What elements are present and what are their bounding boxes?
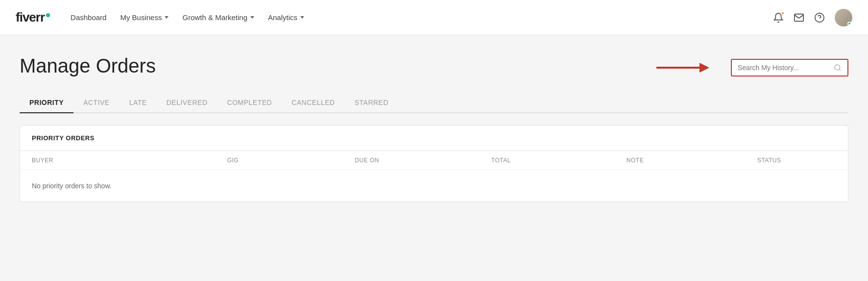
main-nav: Dashboard My Business Growth & Marketing… (66, 9, 757, 26)
tab-late[interactable]: LATE (120, 93, 157, 112)
tab-delivered[interactable]: DELIVERED (157, 93, 217, 112)
nav-item-growth-marketing[interactable]: Growth & Marketing (177, 9, 259, 26)
nav-item-my-business[interactable]: My Business (115, 9, 173, 26)
search-box (731, 59, 848, 77)
svg-line-5 (839, 69, 841, 71)
tab-cancelled[interactable]: CANCELLED (282, 93, 345, 112)
nav-item-analytics[interactable]: Analytics (263, 9, 309, 26)
logo-text: fiverr (16, 10, 45, 25)
table-section-title: PRIORITY ORDERS (20, 126, 848, 151)
search-input[interactable] (738, 64, 830, 72)
page-header: Manage Orders (20, 55, 848, 77)
col-header-note: NOTE (568, 157, 702, 164)
col-header-status: STATUS (702, 157, 836, 164)
tab-priority[interactable]: PRIORITY (20, 93, 73, 112)
search-area (656, 59, 848, 77)
empty-state-message: No priority orders to show. (20, 170, 848, 202)
search-icon (834, 64, 842, 72)
red-arrow (656, 59, 715, 77)
tab-starred[interactable]: STARRED (345, 93, 398, 112)
logo-dot (46, 13, 50, 17)
chevron-down-icon (165, 16, 169, 19)
notifications-button[interactable] (773, 12, 784, 23)
order-tabs: PRIORITY ACTIVE LATE DELIVERED COMPLETED… (20, 93, 848, 113)
help-button[interactable] (814, 12, 825, 23)
col-header-total: TOTAL (434, 157, 568, 164)
col-header-due-on: DUE ON (300, 157, 434, 164)
header-right (773, 9, 852, 26)
tab-active[interactable]: ACTIVE (73, 93, 120, 112)
notification-dot (781, 11, 785, 15)
svg-point-0 (815, 13, 824, 22)
page-title: Manage Orders (20, 55, 156, 77)
main-content: Manage Orders PRIORITY ACTIVE LATE DELIV… (0, 35, 868, 281)
table-col-headers: BUYER GIG DUE ON TOTAL NOTE STATUS (20, 151, 848, 170)
priority-orders-card: PRIORITY ORDERS BUYER GIG DUE ON TOTAL N… (20, 125, 848, 202)
col-header-buyer: BUYER (32, 157, 166, 164)
logo[interactable]: fiverr (16, 10, 50, 25)
nav-item-dashboard[interactable]: Dashboard (66, 9, 111, 26)
svg-point-4 (835, 65, 840, 70)
avatar[interactable] (835, 9, 852, 26)
avatar-online-indicator (847, 22, 852, 26)
chevron-down-icon (300, 16, 304, 19)
svg-marker-3 (699, 63, 709, 73)
messages-button[interactable] (794, 12, 804, 23)
header: fiverr Dashboard My Business Growth & Ma… (0, 0, 868, 35)
chevron-down-icon (250, 16, 254, 19)
col-header-gig: GIG (166, 157, 300, 164)
tab-completed[interactable]: COMPLETED (217, 93, 282, 112)
